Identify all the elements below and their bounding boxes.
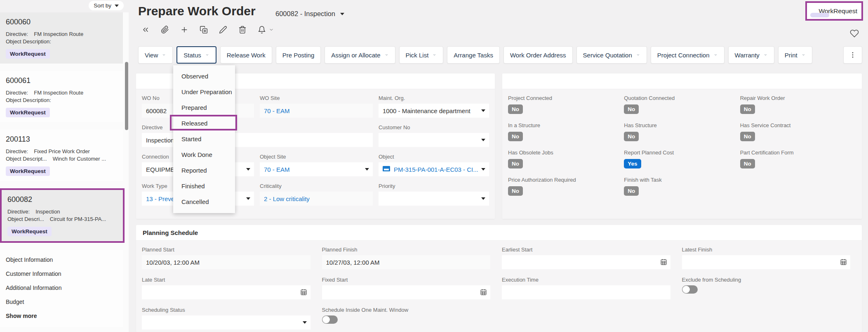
sidebar-item-object-information[interactable]: Object Information bbox=[0, 253, 123, 267]
print-button[interactable]: Print bbox=[778, 46, 812, 64]
collapse-panel-icon[interactable] bbox=[141, 26, 150, 34]
exclude-from-scheduling-toggle[interactable] bbox=[682, 285, 698, 294]
caret-down-icon bbox=[481, 139, 485, 141]
status-menu-item-prepared[interactable]: Prepared bbox=[173, 100, 235, 116]
work-order-card-600060[interactable]: 600060 Directive:FM Inspection Route Obj… bbox=[0, 12, 123, 64]
status-menu-item-under-preparation[interactable]: Under Preparation bbox=[173, 84, 235, 100]
caret-down-icon bbox=[303, 321, 307, 324]
latest-finish-input[interactable] bbox=[682, 255, 851, 269]
status-menu-item-finished[interactable]: Finished bbox=[173, 178, 235, 194]
status-menu-item-cancelled[interactable]: Cancelled bbox=[173, 194, 235, 210]
indicator-in-a-structure: In a Structure No bbox=[508, 122, 624, 141]
indicator-project-connected: Project Connected No bbox=[508, 95, 624, 114]
arrange-tasks-button[interactable]: Arrange Tasks bbox=[447, 46, 500, 64]
pick-list-button[interactable]: Pick List bbox=[399, 46, 444, 64]
criticality-value[interactable]: 2 - Low criticality bbox=[260, 192, 373, 206]
sidebar-item-budget[interactable]: Budget bbox=[0, 295, 123, 309]
card-directive-label: Directive: bbox=[6, 148, 28, 155]
record-selector[interactable]: 600082 - Inspection bbox=[275, 10, 344, 18]
equipment-object-icon bbox=[383, 166, 390, 173]
field-priority: Priority bbox=[379, 183, 495, 206]
field-planned-finish: Planned Finish 10/27/03, 12:00 AM bbox=[322, 247, 496, 269]
warranty-button[interactable]: Warranty bbox=[728, 46, 774, 64]
fixed-start-input[interactable] bbox=[322, 285, 491, 299]
field-earliest-start: Earliest Start bbox=[502, 247, 676, 269]
object-select[interactable]: PM-315-PA-001-A-EC03 - CI... bbox=[379, 162, 489, 176]
assign-or-allocate-button[interactable]: Assign or Allocate bbox=[325, 46, 395, 64]
card-directive-value: FM Inspection Route bbox=[34, 31, 83, 38]
notifications-bell-icon[interactable] bbox=[258, 26, 266, 34]
field-execution-time: Execution Time bbox=[502, 277, 676, 299]
more-options-kebab-button[interactable] bbox=[843, 46, 862, 64]
work-request-chip: WorkRequest bbox=[6, 166, 50, 176]
card-object-label: Object Description: bbox=[6, 38, 51, 45]
planned-finish-value: 10/27/03, 12:00 AM bbox=[322, 255, 491, 269]
pre-posting-button[interactable]: Pre Posting bbox=[276, 46, 321, 64]
release-work-button[interactable]: Release Work bbox=[220, 46, 272, 64]
sort-by-button[interactable]: Sort by bbox=[89, 1, 124, 10]
work-order-card-600061[interactable]: 600061 Directive:FM Inspection Route Obj… bbox=[0, 71, 123, 122]
view-button[interactable]: View bbox=[138, 46, 173, 64]
schedule-inside-window-toggle[interactable] bbox=[322, 315, 338, 324]
favorite-heart-icon[interactable] bbox=[850, 29, 859, 40]
wo-site-value[interactable]: 70 - EAM bbox=[260, 104, 373, 118]
sidebar-item-additional-information[interactable]: Additional Information bbox=[0, 281, 123, 295]
caret-down-icon bbox=[481, 197, 485, 200]
new-record-icon[interactable] bbox=[180, 26, 188, 34]
card-directive-value: FM Inspection Route bbox=[34, 89, 83, 97]
attachment-icon[interactable] bbox=[161, 26, 169, 34]
work-order-address-button[interactable]: Work Order Address bbox=[503, 46, 573, 64]
late-start-input[interactable] bbox=[142, 285, 311, 299]
edit-icon[interactable] bbox=[219, 26, 227, 34]
status-menu-item-work-done[interactable]: Work Done bbox=[173, 147, 235, 163]
record-selector-label: 600082 - Inspection bbox=[275, 10, 335, 18]
object-site-select[interactable]: 70 - EAM bbox=[260, 162, 373, 176]
calendar-icon[interactable] bbox=[840, 258, 847, 267]
card-object-value: Circuit for PM-315-PA... bbox=[50, 216, 106, 223]
field-scheduling-status: Scheduling Status bbox=[142, 307, 316, 330]
delete-icon[interactable] bbox=[238, 26, 247, 34]
card-directive-label: Directive: bbox=[7, 208, 30, 216]
status-menu-item-observed[interactable]: Observed bbox=[173, 69, 235, 84]
indicator-has-obsolete-jobs: Has Obsolete Jobs No bbox=[508, 149, 624, 168]
status-badge: No bbox=[740, 132, 755, 141]
caret-down-icon bbox=[481, 109, 485, 112]
priority-select[interactable] bbox=[379, 192, 489, 206]
sort-by-label: Sort by bbox=[94, 2, 111, 9]
status-menu-item-reported[interactable]: Reported bbox=[173, 163, 235, 178]
sidebar-scrollbar-thumb[interactable] bbox=[125, 62, 128, 130]
indicator-report-planned-cost: Report Planned Cost Yes bbox=[624, 149, 740, 168]
status-badge: No bbox=[740, 104, 755, 114]
show-more-link[interactable]: Show more bbox=[0, 309, 123, 323]
indicator-quotation-connected: Quotation Connected No bbox=[624, 95, 740, 114]
favorite-tag-pill bbox=[810, 13, 829, 17]
connections-flags-card: Project Connected No Quotation Connected… bbox=[502, 74, 862, 219]
customer-no-select[interactable] bbox=[379, 133, 489, 147]
field-object-site: Object Site 70 - EAM bbox=[260, 154, 379, 176]
service-quotation-button[interactable]: Service Quotation bbox=[576, 46, 647, 64]
status-button[interactable]: Status bbox=[176, 46, 216, 64]
caret-down-icon bbox=[365, 168, 369, 171]
duplicate-record-icon[interactable] bbox=[200, 26, 208, 34]
status-menu-item-started[interactable]: Started bbox=[173, 131, 235, 147]
earliest-start-input[interactable] bbox=[502, 255, 670, 269]
status-badge: No bbox=[740, 159, 755, 168]
execution-time-input[interactable] bbox=[502, 285, 670, 299]
work-order-card-200113[interactable]: 200113 Directive:Fixed Price Work Order … bbox=[0, 130, 123, 181]
status-badge: No bbox=[508, 186, 523, 196]
field-customer-no: Customer No bbox=[379, 124, 495, 147]
card-directive-value: Fixed Price Work Order bbox=[34, 148, 90, 155]
maint-org-select[interactable]: 1000 - Maintenance department bbox=[379, 104, 489, 118]
status-menu-item-released[interactable]: Released bbox=[173, 116, 235, 131]
calendar-icon[interactable] bbox=[660, 258, 667, 267]
sidebar-item-customer-information[interactable]: Customer Information bbox=[0, 267, 123, 281]
project-connection-button[interactable]: Project Connection bbox=[651, 46, 725, 64]
scheduling-status-select[interactable] bbox=[142, 315, 311, 330]
chevron-down-icon[interactable] bbox=[269, 27, 274, 32]
field-late-start: Late Start bbox=[142, 277, 316, 299]
work-order-card-600082[interactable]: 600082 Directive:Inspection Object Descr… bbox=[0, 188, 125, 243]
indicator-price-authorization-required: Price Authorization Required No bbox=[508, 177, 624, 196]
work-request-chip: WorkRequest bbox=[6, 108, 50, 117]
calendar-icon[interactable] bbox=[300, 289, 307, 297]
calendar-icon[interactable] bbox=[480, 289, 487, 297]
